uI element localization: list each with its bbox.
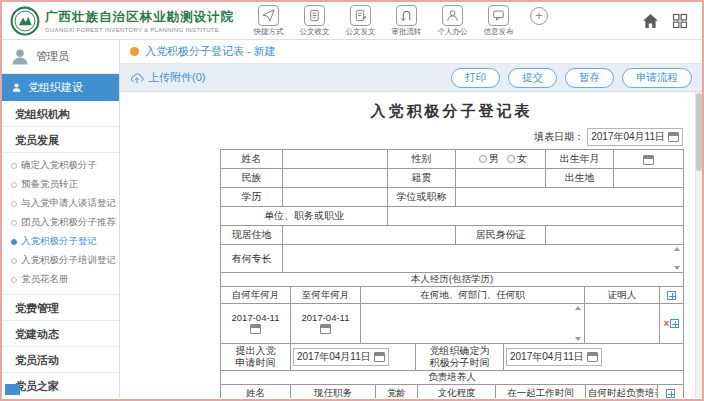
- vertical-scrollbar[interactable]: [695, 92, 702, 398]
- main-content: 入党积极分子登记表 - 新建 上传附件(0) 打印 提交 暂存 申请流程: [120, 40, 702, 398]
- sidebar-subitem-member-roster[interactable]: 党员花名册: [2, 270, 119, 289]
- calendar-icon[interactable]: [668, 132, 679, 142]
- add-row-icon[interactable]: [667, 291, 676, 300]
- sidebar-item-label: 党员之家: [15, 380, 59, 392]
- sidebar-corner-badge: [5, 384, 20, 395]
- toolbar-doc-receive[interactable]: 公文收文: [296, 5, 333, 37]
- calendar-icon[interactable]: [320, 324, 331, 334]
- native-place-input[interactable]: [456, 169, 546, 188]
- sidebar-item-member-activities[interactable]: 党员活动: [2, 347, 119, 373]
- apps-grid-icon[interactable]: [672, 13, 688, 29]
- experience-row: 2017-04-11 2017-04-11: [221, 304, 684, 344]
- male-radio[interactable]: [479, 155, 487, 163]
- org-name-en: GUANGXI FOREST INVENTORY & PLANNING INST…: [45, 27, 234, 33]
- bullet-icon: [11, 258, 17, 264]
- birth-date-input[interactable]: [614, 150, 684, 169]
- unit-input[interactable]: [388, 207, 684, 226]
- label-degree: 学位或职称: [388, 188, 456, 207]
- upload-attachment-button[interactable]: 上传附件(0): [130, 70, 205, 85]
- apply-flow-button[interactable]: 申请流程: [622, 68, 692, 88]
- birthplace-input[interactable]: [614, 169, 684, 188]
- education-input[interactable]: [283, 188, 388, 207]
- toolbar-approval-flow[interactable]: 审批流转: [388, 5, 425, 37]
- add-row-icon[interactable]: [666, 389, 675, 398]
- scrollbar-thumb[interactable]: [696, 93, 702, 171]
- sidebar-item-party-news[interactable]: 党建动态: [2, 321, 119, 347]
- user-profile[interactable]: 管理员: [2, 40, 119, 74]
- label-specialty: 有何专长: [221, 245, 283, 273]
- header-toolbar: 快捷方式 公文收文 公文发文 审批流转: [250, 5, 548, 37]
- save-draft-button[interactable]: 暂存: [565, 68, 614, 88]
- sidebar-subitem-league-recommendation[interactable]: 团员入党积极分子推荐: [2, 213, 119, 232]
- degree-input[interactable]: [456, 188, 684, 207]
- sidebar-item-party-fees[interactable]: 党费管理: [2, 295, 119, 321]
- sidebar-item-label: 党员发展: [15, 134, 59, 146]
- apply-time-value: 2017年04月11日: [297, 350, 371, 364]
- sidebar-item-member-development[interactable]: 党员发展: [2, 127, 119, 153]
- sidebar-subitem-probation-confirmation[interactable]: 预备党员转正: [2, 175, 119, 194]
- experience-to-input[interactable]: 2017-04-11: [291, 304, 361, 344]
- toolbar-personal-office[interactable]: 个人办公: [434, 5, 471, 37]
- add-row-icon[interactable]: [670, 319, 679, 328]
- breadcrumb-marker-icon: [130, 47, 139, 56]
- calendar-icon[interactable]: [250, 324, 261, 334]
- specialty-textarea[interactable]: [283, 245, 684, 273]
- confirm-time-value: 2017年04月11日: [510, 350, 584, 364]
- institute-logo-icon: [10, 6, 40, 36]
- arrow-down-icon[interactable]: [575, 337, 581, 341]
- add-tool-button[interactable]: +: [530, 7, 548, 25]
- submit-button[interactable]: 提交: [508, 68, 557, 88]
- calendar-icon[interactable]: [643, 155, 654, 165]
- experience-to-value: 2017-04-11: [302, 313, 350, 323]
- sidebar-subitem-label: 与入党申请人谈话登记: [21, 197, 116, 210]
- toolbar-doc-send[interactable]: 公文发文: [342, 5, 379, 37]
- sidebar-subitem-determine-activists[interactable]: 确定入党积极分子: [2, 156, 119, 175]
- label-birth-date: 出生年月: [546, 150, 614, 169]
- cultivator-section-title: 负责培养人: [221, 371, 684, 385]
- form-actions: 打印 提交 暂存 申请流程: [451, 68, 692, 88]
- confirm-time-input[interactable]: 2017年04月11日: [504, 344, 684, 371]
- experience-where-textarea[interactable]: [361, 304, 585, 344]
- female-radio[interactable]: [507, 155, 515, 163]
- sidebar-subitem-activist-training[interactable]: 入党积极分子培训登记: [2, 251, 119, 270]
- sidebar-item-label: 党组织建设: [28, 80, 83, 95]
- label-name: 姓名: [221, 150, 283, 169]
- delete-row-icon[interactable]: ×: [664, 318, 670, 329]
- approval-flow-icon: [396, 5, 417, 26]
- name-input[interactable]: [283, 150, 388, 169]
- residence-input[interactable]: [283, 226, 456, 245]
- home-icon[interactable]: [642, 13, 659, 29]
- calendar-icon[interactable]: [374, 352, 385, 362]
- fill-date-input[interactable]: 2017年04月11日: [587, 128, 683, 146]
- fill-date-label: 填表日期：: [534, 130, 584, 144]
- calendar-icon[interactable]: [587, 352, 598, 362]
- cloud-upload-icon: [130, 72, 144, 84]
- arrow-down-icon[interactable]: [674, 266, 680, 270]
- toolbar-info-publish[interactable]: 信息发布: [480, 5, 517, 37]
- sidebar-item-party-org-building[interactable]: 党组织建设: [2, 74, 119, 101]
- label-birthplace: 出生地: [546, 169, 614, 188]
- experience-from-input[interactable]: 2017-04-11: [221, 304, 291, 344]
- sidebar-item-party-org-structure[interactable]: 党组织机构: [2, 101, 119, 127]
- label-ethnicity: 民族: [221, 169, 283, 188]
- bullet-icon: [11, 239, 17, 245]
- arrow-up-icon[interactable]: [575, 306, 581, 310]
- scroll-arrows: [673, 247, 681, 270]
- sidebar-subitem-label: 确定入党积极分子: [21, 159, 97, 172]
- print-button[interactable]: 打印: [451, 68, 500, 88]
- id-card-input[interactable]: [546, 226, 684, 245]
- col-from-date: 自何年何月: [221, 287, 291, 304]
- apply-time-input[interactable]: 2017年04月11日: [291, 344, 416, 371]
- toolbar-shortcut[interactable]: 快捷方式: [250, 5, 287, 37]
- arrow-up-icon[interactable]: [674, 247, 680, 251]
- ethnicity-input[interactable]: [283, 169, 388, 188]
- experience-witness-input[interactable]: [585, 304, 660, 344]
- sidebar-subitem-activist-registration[interactable]: 入党积极分子登记: [2, 232, 119, 251]
- col-education-level: 文化程度: [418, 385, 496, 399]
- bullet-icon: [11, 163, 17, 169]
- sidebar-subitem-applicant-interview[interactable]: 与入党申请人谈话登记: [2, 194, 119, 213]
- brand: 广西壮族自治区林业勘测设计院 GUANGXI FOREST INVENTORY …: [10, 6, 234, 36]
- action-bar: 上传附件(0) 打印 提交 暂存 申请流程: [120, 64, 702, 92]
- label-residence: 现居住地: [221, 226, 283, 245]
- cultivator-table: 负责培养人 姓名 现任职务 党龄 文化程度 在一起工作时间 自何时起负责培养: [220, 370, 684, 398]
